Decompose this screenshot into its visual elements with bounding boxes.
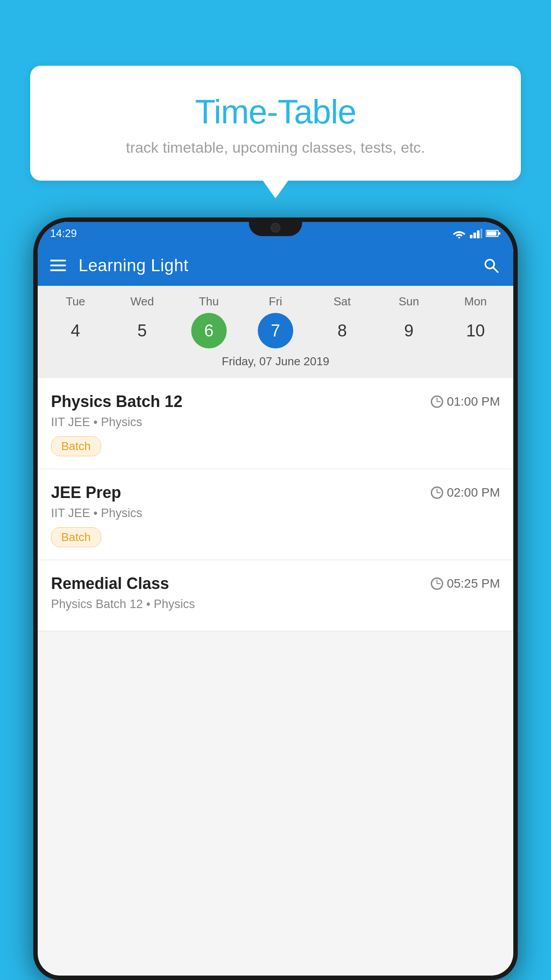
item-subtitle: IIT JEE • Physics — [51, 415, 500, 429]
tooltip-title: Time-Table — [52, 92, 499, 131]
item-time: 01:00 PM — [431, 395, 500, 409]
batch-badge: Batch — [51, 436, 101, 456]
phone-camera — [271, 223, 280, 233]
day-header-sun: Sun — [391, 295, 427, 308]
app-bar: Learning Light — [38, 245, 513, 286]
day-header-wed: Wed — [124, 295, 160, 308]
item-subtitle: Physics Batch 12 • Physics — [51, 597, 500, 611]
status-icons — [452, 229, 501, 238]
day-number-9[interactable]: 9 — [391, 313, 427, 348]
day-header-sat: Sat — [324, 295, 360, 308]
svg-line-9 — [493, 267, 498, 272]
day-header-mon: Mon — [458, 295, 493, 308]
day-numbers: 45678910 — [38, 308, 513, 352]
tooltip-card: Time-Table track timetable, upcoming cla… — [30, 66, 521, 181]
svg-rect-4 — [480, 229, 482, 238]
svg-rect-2 — [473, 233, 476, 238]
svg-rect-1 — [470, 235, 472, 238]
tooltip-subtitle: track timetable, upcoming classes, tests… — [52, 139, 499, 156]
item-time: 02:00 PM — [431, 486, 500, 500]
time-label: 05:25 PM — [447, 577, 500, 591]
svg-point-0 — [458, 237, 460, 239]
hamburger-menu-icon[interactable] — [50, 260, 66, 271]
search-button[interactable] — [481, 256, 501, 275]
item-title: Remedial Class — [51, 574, 169, 593]
day-number-4[interactable]: 4 — [58, 313, 93, 348]
day-headers: TueWedThuFriSatSunMon — [38, 295, 513, 308]
day-number-5[interactable]: 5 — [124, 313, 160, 348]
svg-rect-7 — [499, 232, 500, 235]
day-number-7[interactable]: 7 — [258, 313, 293, 348]
time-label: 02:00 PM — [447, 486, 500, 500]
day-number-10[interactable]: 10 — [458, 313, 493, 348]
selected-date: Friday, 07 June 2019 — [38, 352, 513, 375]
day-header-thu: Thu — [191, 295, 227, 308]
item-header: JEE Prep 02:00 PM — [51, 483, 500, 502]
item-subtitle: IIT JEE • Physics — [51, 506, 500, 520]
app-title: Learning Light — [79, 256, 469, 275]
clock-icon — [431, 395, 443, 408]
item-title: JEE Prep — [51, 483, 121, 502]
item-time: 05:25 PM — [431, 577, 500, 591]
wifi-icon — [452, 229, 466, 238]
day-header-fri: Fri — [258, 295, 293, 308]
batch-badge: Batch — [51, 527, 101, 547]
schedule-item-2[interactable]: Remedial Class 05:25 PM Physics Batch 12… — [38, 560, 513, 631]
signal-icon — [470, 229, 482, 238]
status-time: 14:29 — [50, 227, 77, 240]
item-title: Physics Batch 12 — [51, 392, 182, 411]
svg-rect-6 — [487, 231, 496, 236]
clock-icon — [431, 577, 443, 590]
item-header: Physics Batch 12 01:00 PM — [51, 392, 500, 411]
phone-frame: 14:29 — [33, 217, 518, 980]
clock-icon — [431, 486, 443, 499]
calendar-strip: TueWedThuFriSatSunMon 45678910 Friday, 0… — [38, 286, 513, 378]
item-header: Remedial Class 05:25 PM — [51, 574, 500, 593]
day-number-8[interactable]: 8 — [324, 313, 360, 348]
phone-notch — [249, 217, 302, 236]
battery-icon — [486, 229, 501, 237]
day-header-tue: Tue — [58, 295, 93, 308]
phone-screen: 14:29 — [38, 222, 513, 976]
schedule-item-1[interactable]: JEE Prep 02:00 PM IIT JEE • Physics Batc… — [38, 469, 513, 560]
day-number-6[interactable]: 6 — [191, 313, 227, 348]
time-label: 01:00 PM — [447, 395, 500, 409]
schedule-item-0[interactable]: Physics Batch 12 01:00 PM IIT JEE • Phys… — [38, 378, 513, 469]
svg-rect-3 — [477, 230, 480, 238]
content-area: Physics Batch 12 01:00 PM IIT JEE • Phys… — [38, 378, 513, 631]
